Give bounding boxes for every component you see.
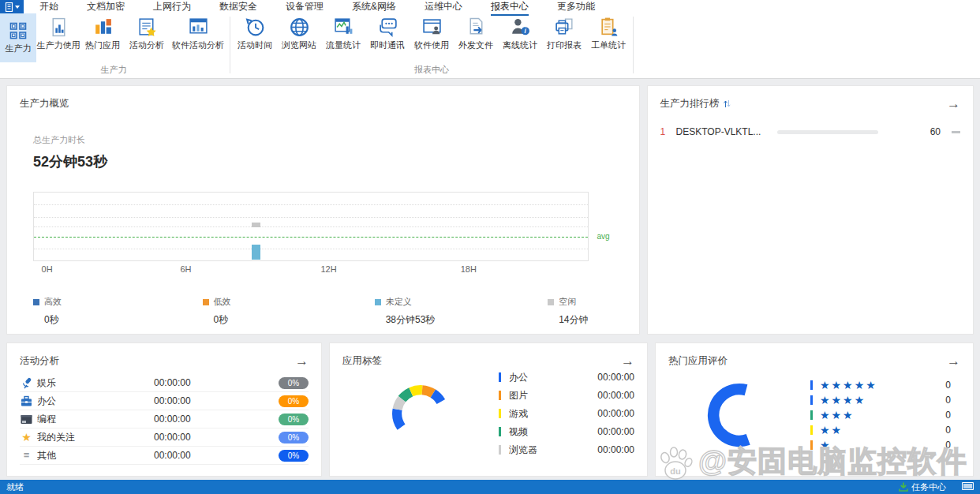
activity-row-my-focus[interactable]: ★ 我的关注 00:00:00 0%: [20, 429, 309, 447]
tag-row-picture[interactable]: 图片 00:00:00: [499, 389, 634, 402]
donut-segment-picture: [422, 390, 433, 393]
tag-label: 图片: [509, 389, 597, 402]
group-label-productivity: 生产力: [0, 64, 227, 77]
btn-activity-time[interactable]: 活动时间: [233, 13, 277, 51]
undefined-time-bar: [252, 245, 260, 260]
activity-label: 办公: [37, 395, 154, 408]
rating-row-1[interactable]: ★ 0: [810, 440, 951, 451]
activity-title: 活动分析: [20, 354, 59, 368]
btn-activity-analysis[interactable]: 活动分析: [125, 13, 169, 51]
legend-swatch: [375, 299, 381, 305]
activity-more-arrow[interactable]: →: [295, 357, 309, 366]
btn-traffic-stats[interactable]: 流量统计: [321, 13, 365, 51]
activity-row-office[interactable]: 办公 00:00:00 0%: [20, 392, 309, 410]
tab-doc-encryption[interactable]: 文档加密: [85, 0, 126, 15]
btn-hot-apps[interactable]: 热门应用: [80, 13, 125, 51]
activity-row-entertainment[interactable]: 娱乐 00:00:00 0%: [20, 374, 309, 392]
activity-time: 00:00:00: [154, 395, 279, 406]
rating-stars: ★★: [820, 425, 945, 436]
btn-work-order-stats[interactable]: 工单统计: [586, 13, 630, 51]
rating-marker: [810, 380, 813, 390]
rating-count: 0: [945, 380, 951, 391]
rank-score: 60: [930, 126, 952, 137]
app-tags-more-arrow[interactable]: →: [621, 357, 634, 366]
productivity-chart: avg 0H 6H 12H 18H: [33, 192, 589, 279]
tab-web-behavior[interactable]: 上网行为: [151, 0, 193, 15]
tag-row-video[interactable]: 视频 00:00:00: [499, 425, 634, 439]
rating-marker: [810, 410, 813, 420]
tag-marker: [499, 409, 501, 418]
ranking-title: 生产力排行榜: [660, 97, 720, 110]
rating-row-5[interactable]: ★★★★★ 0: [810, 380, 951, 391]
task-center-button[interactable]: 任务中心: [899, 481, 946, 493]
tag-row-game[interactable]: 游戏 00:00:00: [499, 407, 634, 421]
rating-more-arrow[interactable]: →: [947, 357, 960, 366]
tag-marker: [499, 372, 501, 382]
tag-marker: [499, 445, 501, 455]
app-menu-button[interactable]: [0, 0, 24, 13]
donut-segment-office: [397, 410, 401, 427]
ranking-more-arrow[interactable]: →: [947, 99, 960, 109]
ribbon: 生产力 生产力使用 热门应用: [0, 13, 980, 79]
tab-system-network[interactable]: 系统&网络: [350, 0, 398, 15]
tag-row-browser[interactable]: 浏览器 00:00:00: [499, 443, 634, 457]
legend-value: 0秒: [214, 313, 231, 327]
activity-time: 00:00:00: [154, 432, 279, 443]
rating-marker: [810, 440, 813, 450]
rating-marker: [810, 425, 813, 435]
activity-row-other[interactable]: ≡ 其他 00:00:00 0%: [20, 447, 309, 465]
briefcase-icon: [21, 395, 32, 407]
tab-device-mgmt[interactable]: 设备管理: [284, 0, 325, 15]
status-ready: 就绪: [6, 481, 24, 493]
ranking-row[interactable]: 1 DESKTOP-VLKTL... 60: [660, 126, 960, 137]
monitor-icon[interactable]: [962, 482, 974, 492]
clipboard-user-icon: [598, 17, 619, 38]
rating-row-4[interactable]: ★★★★ 0: [810, 395, 951, 406]
legend-value: 38分钟53秒: [386, 313, 436, 327]
card-activity-analysis: 活动分析 → 娱乐 00:00:00 0% 办公 00:00:00 0%: [6, 342, 322, 477]
gridline: [34, 226, 588, 227]
printer-icon: [554, 17, 575, 38]
legend-swatch: [203, 299, 209, 305]
btn-instant-messaging[interactable]: 即时通讯: [365, 13, 410, 51]
rating-donut-chart: [668, 369, 810, 461]
btn-label: 软件使用: [414, 39, 449, 51]
activity-pct-badge: 0%: [279, 414, 309, 425]
rating-marker: [810, 395, 813, 405]
legend-value: 14分钟: [559, 313, 588, 327]
productivity-big-button[interactable]: 生产力: [0, 13, 36, 62]
donut-segment-browser: [398, 399, 402, 410]
rating-stars: ★★★★★: [820, 380, 945, 391]
tag-row-office[interactable]: 办公 00:00:00: [499, 371, 634, 384]
tag-label: 游戏: [509, 407, 597, 421]
tab-report-center[interactable]: 报表中心: [489, 0, 530, 15]
btn-outgoing-files[interactable]: 外发文件: [454, 13, 498, 51]
legend-inefficient: 低效 0秒: [203, 296, 231, 327]
x-tick: 0H: [42, 264, 53, 274]
btn-software-usage[interactable]: 软件使用: [410, 13, 454, 51]
btn-print-report[interactable]: 打印报表: [542, 13, 586, 51]
btn-productivity-usage[interactable]: 生产力使用: [36, 13, 80, 51]
activity-time: 00:00:00: [154, 414, 279, 425]
btn-software-activity-analysis[interactable]: 软件活动分析: [169, 13, 227, 51]
tab-ops-center[interactable]: 运维中心: [423, 0, 464, 15]
avg-label: avg: [597, 232, 609, 241]
user-info-icon: i: [510, 17, 531, 38]
tag-label: 视频: [509, 425, 597, 439]
avg-line: avg: [34, 237, 588, 238]
rating-row-3[interactable]: ★★★ 0: [810, 410, 951, 421]
terminal-icon: [21, 414, 32, 425]
btn-offline-stats[interactable]: i 离线统计: [498, 13, 542, 51]
btn-label: 活动分析: [129, 39, 164, 51]
tab-data-security[interactable]: 数据安全: [218, 0, 259, 15]
sort-icon[interactable]: [724, 99, 731, 108]
tab-more[interactable]: 更多功能: [555, 0, 597, 15]
rating-row-2[interactable]: ★★ 0: [810, 425, 951, 436]
doc-chart-icon: [48, 17, 69, 38]
productivity-big-label: 生产力: [6, 43, 32, 54]
color-bars-icon: [92, 17, 114, 38]
activity-row-programming[interactable]: 编程 00:00:00 0%: [20, 410, 309, 429]
btn-browse-websites[interactable]: 浏览网站: [277, 13, 321, 51]
tab-start[interactable]: 开始: [38, 0, 60, 15]
file-icon: [5, 2, 13, 12]
